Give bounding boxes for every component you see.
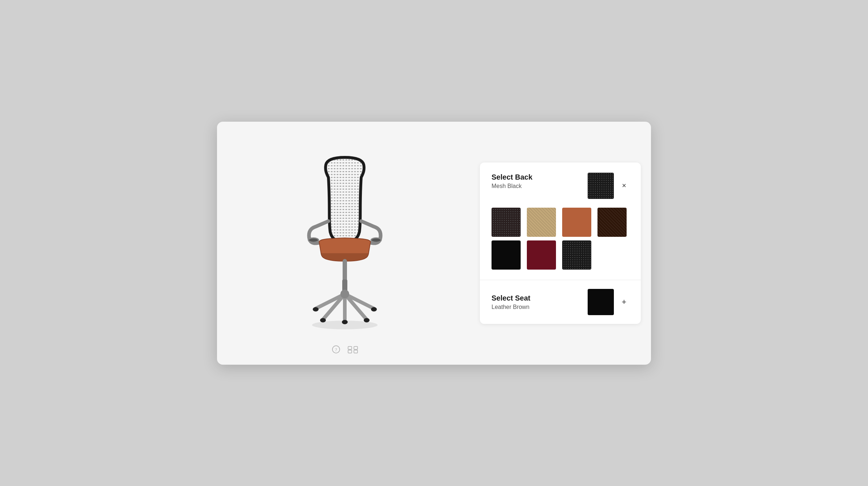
svg-rect-21 [354, 346, 358, 349]
seat-title-group: Select Seat Leather Brown [492, 294, 530, 310]
help-icon[interactable]: ? [332, 345, 340, 356]
svg-point-17 [312, 321, 378, 329]
back-section: Select Back Mesh Black × [480, 162, 641, 280]
back-preview-swatch [588, 173, 614, 199]
close-button[interactable]: × [619, 181, 629, 191]
chair-area: ? [217, 122, 473, 365]
seat-selected-material: Leather Brown [492, 304, 530, 310]
svg-point-3 [371, 238, 381, 242]
swatch-vinyl-burgundy[interactable] [527, 240, 556, 270]
back-section-title: Select Back [492, 173, 532, 181]
svg-rect-23 [354, 350, 358, 353]
swatch-vinyl-black[interactable] [492, 240, 521, 270]
bottom-icons: ? [332, 345, 358, 356]
seat-section-header: Select Seat Leather Brown + [492, 289, 629, 315]
chair-image [287, 156, 403, 330]
swatch-fabric-tan[interactable] [527, 208, 556, 237]
back-swatches-grid [492, 208, 629, 270]
back-title-group: Select Back Mesh Black [492, 173, 532, 189]
svg-text:?: ? [335, 347, 337, 352]
svg-point-12 [313, 307, 319, 311]
svg-point-11 [340, 290, 349, 298]
swatch-leather-brown[interactable] [562, 208, 591, 237]
panel-area: Select Back Mesh Black × [473, 122, 651, 365]
ar-icon[interactable] [348, 345, 358, 356]
app-window: ? Select Back Mesh Black [217, 122, 651, 365]
swatch-mesh-black[interactable] [562, 240, 591, 270]
svg-rect-20 [348, 346, 352, 349]
seat-section: Select Seat Leather Brown + [480, 280, 641, 324]
back-section-header: Select Back Mesh Black × [492, 173, 629, 199]
svg-rect-1 [326, 157, 364, 241]
expand-button[interactable]: + [619, 297, 629, 307]
back-selected-material: Mesh Black [492, 183, 532, 189]
seat-section-title: Select Seat [492, 294, 530, 302]
seat-preview-expand: + [588, 289, 629, 315]
svg-rect-22 [348, 350, 352, 353]
svg-point-2 [308, 238, 319, 242]
seat-preview-swatch [588, 289, 614, 315]
svg-point-13 [371, 307, 377, 311]
swatch-fabric-dark-brown[interactable] [597, 208, 627, 237]
back-preview-close: × [588, 173, 629, 199]
swatch-fabric-dotted-black[interactable] [492, 208, 521, 237]
config-card: Select Back Mesh Black × [480, 162, 641, 324]
